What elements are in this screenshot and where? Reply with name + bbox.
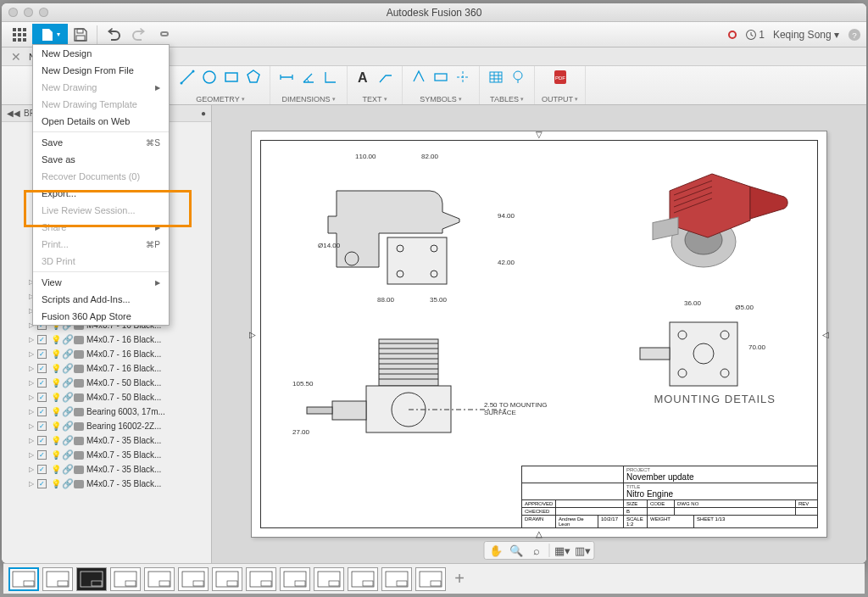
- menu-recover[interactable]: Recover Documents (0): [33, 168, 169, 185]
- browser-node[interactable]: ▷✓💡🔗M4x0.7 - 16 Black...: [2, 361, 211, 376]
- browser-node[interactable]: ▷✓💡🔗Bearing 6003, 17m...: [2, 405, 211, 419]
- sheet-tab[interactable]: [381, 567, 412, 591]
- history-button[interactable]: 1: [745, 29, 765, 41]
- menu-share[interactable]: Share▶: [33, 219, 169, 236]
- sheet-tab-strip: +: [3, 563, 865, 594]
- ribbon-label-dimensions[interactable]: DIMENSIONS: [281, 95, 335, 103]
- sheet-tab[interactable]: [246, 567, 276, 591]
- ribbon-label-geometry[interactable]: GEOMETRY: [196, 95, 244, 103]
- redo-button[interactable]: [126, 24, 152, 46]
- browser-node[interactable]: ▷✓💡🔗M4x0.7 - 35 Black...: [2, 448, 211, 462]
- text-tool[interactable]: A: [354, 68, 373, 86]
- menu-save[interactable]: Save⌘S: [33, 134, 169, 151]
- browser-node[interactable]: ▷✓💡🔗M4x0.7 - 50 Black...: [2, 376, 211, 390]
- display-settings-button[interactable]: ▦▾: [555, 543, 570, 558]
- menu-save-as[interactable]: Save as: [33, 151, 169, 168]
- browser-pin-button[interactable]: ●: [201, 109, 206, 118]
- help-icon[interactable]: ?: [848, 28, 861, 42]
- zoom-button[interactable]: 🔍: [509, 543, 524, 558]
- menu-open-details[interactable]: Open Details on Web: [33, 113, 169, 130]
- sheet-tab[interactable]: [178, 567, 209, 591]
- menu-new-drawing-template[interactable]: New Drawing Template: [33, 96, 169, 113]
- svg-rect-79: [363, 581, 373, 586]
- add-sheet-button[interactable]: +: [449, 569, 470, 589]
- ordinate-dim-tool[interactable]: [321, 68, 340, 86]
- polygon-tool[interactable]: [244, 68, 263, 86]
- ribbon-group-output: PDF OUTPUT: [535, 66, 586, 104]
- sheet-tab[interactable]: [76, 567, 107, 591]
- menu-live-review[interactable]: Live Review Session...: [33, 202, 169, 219]
- save-button[interactable]: [68, 24, 93, 46]
- user-menu[interactable]: Keqing Song ▾: [773, 29, 839, 41]
- zoom-window-button[interactable]: [39, 8, 48, 17]
- menu-view[interactable]: View▶: [33, 274, 169, 291]
- menu-3d-print[interactable]: 3D Print: [33, 253, 169, 270]
- sheet-tab[interactable]: [212, 567, 242, 591]
- share-link-button[interactable]: [152, 24, 177, 46]
- grid-apps-button[interactable]: [7, 24, 32, 46]
- app-title: Autodesk Fusion 360: [2, 7, 866, 19]
- ribbon-label-text[interactable]: TEXT: [362, 95, 387, 103]
- svg-rect-63: [92, 581, 102, 586]
- tab-close-button[interactable]: ✕: [10, 51, 22, 63]
- file-menu-button[interactable]: ▾: [32, 24, 68, 46]
- line-tool[interactable]: [178, 68, 197, 86]
- zoom-window-button[interactable]: ⌕: [529, 543, 544, 558]
- ribbon-label-tables[interactable]: TABLES: [490, 95, 524, 103]
- drawing-canvas[interactable]: ▽ △ ▷ ◁ 110.00 82.00 94.00 42.00 88.00 3…: [212, 105, 866, 563]
- menu-app-store[interactable]: Fusion 360 App Store: [33, 308, 169, 325]
- undo-button[interactable]: [101, 24, 126, 46]
- pan-button[interactable]: ✋: [488, 543, 504, 558]
- linear-dim-tool[interactable]: [277, 68, 296, 86]
- svg-rect-7: [18, 38, 21, 42]
- engine-side-view: [286, 326, 506, 471]
- sheet-tab[interactable]: [8, 567, 39, 591]
- svg-rect-73: [261, 581, 271, 586]
- rect-tool[interactable]: [222, 68, 241, 86]
- menu-new-drawing[interactable]: New Drawing▶: [33, 79, 169, 96]
- browser-node[interactable]: ▷✓💡🔗M4x0.7 - 16 Black...: [2, 332, 211, 347]
- table-tool[interactable]: [487, 68, 505, 86]
- sheet-tab[interactable]: [42, 567, 73, 591]
- svg-rect-5: [23, 33, 26, 36]
- menu-scripts[interactable]: Scripts and Add-Ins...: [33, 291, 169, 308]
- browser-node[interactable]: ▷✓💡🔗Bearing 16002-2Z...: [2, 419, 211, 433]
- ribbon-group-symbols: SYMBOLS: [403, 66, 480, 104]
- surface-finish-tool[interactable]: [409, 68, 428, 86]
- undo-icon: [106, 27, 121, 42]
- gdt-tool[interactable]: [431, 68, 450, 86]
- close-window-button[interactable]: [8, 8, 18, 17]
- circle-tool[interactable]: [200, 68, 219, 86]
- sheet-tab[interactable]: [280, 567, 310, 591]
- menu-print[interactable]: Print...⌘P: [33, 236, 169, 253]
- browser-node[interactable]: ▷✓💡🔗M4x0.7 - 16 Black...: [2, 347, 211, 361]
- sheet-tab[interactable]: [314, 567, 344, 591]
- browser-node[interactable]: ▷✓💡🔗M4x0.7 - 35 Black...: [2, 462, 211, 477]
- browser-node[interactable]: ▷✓💡🔗M4x0.7 - 35 Black...: [2, 433, 211, 448]
- browser-node[interactable]: ▷✓💡🔗M4x0.7 - 50 Black...: [2, 390, 211, 405]
- sheet-tab[interactable]: [348, 567, 378, 591]
- balloon-tool[interactable]: [509, 68, 527, 86]
- svg-rect-81: [397, 581, 407, 586]
- sheet-tab[interactable]: [415, 567, 446, 591]
- svg-rect-17: [225, 73, 237, 81]
- sheet-tab[interactable]: [144, 567, 175, 591]
- pdf-output-tool[interactable]: PDF: [551, 68, 570, 86]
- angle-dim-tool[interactable]: [299, 68, 318, 86]
- sheet-tab[interactable]: [110, 567, 141, 591]
- svg-rect-4: [18, 33, 21, 36]
- ribbon-group-text: A TEXT: [348, 66, 403, 104]
- browser-node[interactable]: ▷✓💡🔗M4x0.7 - 35 Black...: [2, 477, 211, 491]
- menu-export[interactable]: Export...: [33, 185, 169, 202]
- menu-new-design-from-file[interactable]: New Design From File: [33, 62, 169, 79]
- leader-tool[interactable]: [376, 68, 395, 86]
- ribbon-label-symbols[interactable]: SYMBOLS: [420, 95, 462, 103]
- svg-rect-59: [24, 581, 34, 586]
- menu-new-design[interactable]: New Design: [33, 45, 169, 62]
- record-icon[interactable]: [728, 31, 737, 39]
- minimize-window-button[interactable]: [24, 8, 33, 17]
- layout-button[interactable]: ▥▾: [576, 543, 591, 558]
- ribbon-label-output[interactable]: OUTPUT: [542, 95, 578, 103]
- dim: Ø5.00: [735, 304, 754, 311]
- centerline-tool[interactable]: [453, 68, 472, 86]
